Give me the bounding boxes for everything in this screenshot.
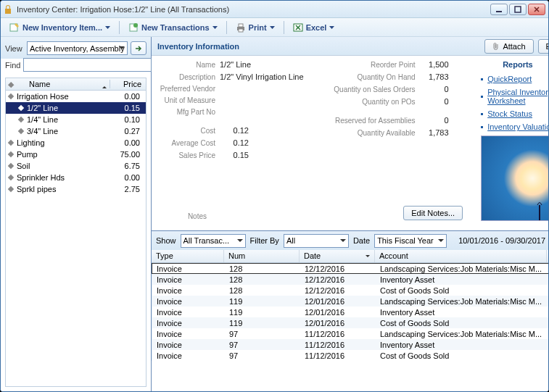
col-acct[interactable]: Account (375, 250, 547, 262)
filter-combo[interactable]: All (284, 234, 349, 248)
date-range: 10/01/2016 - 09/30/2017 (458, 236, 545, 245)
transaction-row[interactable]: Invoice12812/12/2016Landscaping Services… (152, 263, 549, 274)
excel-icon (293, 22, 303, 33)
tree-item[interactable]: Pump75.00 (6, 149, 146, 160)
report-link[interactable]: Inventory Valuation Summary (481, 122, 549, 131)
col-type[interactable]: Type (152, 250, 224, 262)
val-avail: 1,783 (420, 128, 449, 137)
val-onso: 0 (420, 85, 449, 93)
transaction-row[interactable]: Invoice11912/01/2016Landscaping Services… (152, 296, 549, 306)
val-desc: 1/2" Vinyl Irrigation Line (220, 72, 304, 81)
maximize-button[interactable] (509, 4, 527, 15)
tree-item[interactable]: 1/2" Line0.15 (6, 102, 146, 114)
minimize-button[interactable] (490, 4, 508, 15)
tree-item[interactable]: Sprinkler Hds0.00 (6, 172, 146, 183)
val-reorder: 1,500 (420, 60, 449, 69)
new-item-icon (9, 22, 20, 33)
lbl-reorder: Reorder Point (326, 61, 420, 69)
print-icon (236, 22, 246, 33)
print-button[interactable]: Print (231, 20, 279, 35)
col-price[interactable]: Price (110, 80, 146, 88)
arrow-right-icon (134, 45, 143, 52)
lbl-onhand: Quantity On Hand (326, 73, 420, 81)
lbl-notes: Notes (163, 212, 211, 220)
col-date[interactable]: Date (300, 250, 375, 262)
info-title: Inventory Information (157, 42, 484, 51)
transaction-row[interactable]: Invoice12812/12/2016Inventory Asset-9.00 (152, 274, 549, 285)
lbl-mfg: Mfg Part No (157, 108, 220, 116)
lbl-avgcost: Average Cost (157, 139, 220, 147)
view-combo[interactable]: Active Inventory, Assembly (27, 41, 128, 55)
paperclip-icon (492, 42, 500, 51)
tree-item[interactable]: Soil6.75 (6, 160, 146, 172)
transaction-row[interactable]: Invoice9711/12/2016Cost of Goods Sold9.8… (152, 350, 549, 361)
view-label: View (5, 44, 24, 53)
transaction-row[interactable]: Invoice11912/01/2016Inventory Asset-51.0… (152, 306, 549, 317)
val-onpo: 0 (420, 97, 449, 106)
excel-button[interactable]: Excel (289, 20, 339, 35)
new-inventory-item-button[interactable]: New Inventory Item... (5, 20, 115, 35)
tree-item[interactable]: Lighting0.00 (6, 137, 146, 149)
find-input[interactable] (23, 58, 152, 72)
show-combo[interactable]: All Transac... (181, 234, 246, 248)
edit-notes-button[interactable]: Edit Notes... (403, 206, 463, 220)
svg-point-4 (133, 23, 138, 28)
lbl-cost: Cost (157, 127, 220, 135)
chevron-down-icon (329, 26, 334, 29)
val-onhand: 1,783 (420, 72, 449, 81)
col-name[interactable]: Name (16, 80, 110, 88)
tree-item[interactable]: 1/4" Line0.10 (6, 114, 146, 125)
chevron-down-icon (105, 26, 110, 29)
tree-item[interactable]: 3/4" Line0.27 (6, 125, 146, 137)
show-label: Show (156, 236, 176, 245)
transaction-row[interactable]: Invoice12812/12/2016Cost of Goods Sold9.… (152, 285, 549, 296)
lock-icon (4, 4, 12, 14)
transaction-row[interactable]: Invoice9711/12/2016Landscaping Services:… (152, 328, 549, 339)
report-link[interactable]: Stock Status (481, 109, 549, 118)
tree-header[interactable]: ◆ Name Price (5, 78, 146, 91)
val-cost: 0.12 (220, 126, 249, 135)
attach-button[interactable]: Attach (484, 39, 533, 54)
date-label: Date (353, 236, 370, 245)
val-reserved: 0 (420, 116, 449, 125)
val-salesprice: 0.15 (220, 151, 249, 159)
svg-rect-0 (496, 11, 502, 12)
lbl-reserved: Reserved for Assemblies (326, 117, 420, 125)
transaction-row[interactable]: Invoice11912/01/2016Cost of Goods Sold51… (152, 317, 549, 328)
svg-rect-1 (515, 7, 521, 12)
transaction-row[interactable]: Invoice9711/12/2016Inventory Asset-9.84 (152, 339, 549, 350)
date-combo[interactable]: This Fiscal Year (374, 234, 447, 248)
svg-rect-7 (239, 29, 243, 32)
arrow-button[interactable] (131, 41, 146, 55)
item-tree: Irrigation Hose0.001/2" Line0.151/4" Lin… (5, 91, 146, 387)
close-button[interactable] (528, 4, 545, 15)
filter-label: Filter By (250, 236, 279, 245)
val-avgcost: 0.12 (220, 138, 249, 147)
lbl-avail: Quantity Available (326, 129, 420, 137)
edit-item-button[interactable]: Edit Item... (538, 39, 549, 54)
report-link[interactable]: Physical Inventory Worksheet (481, 88, 549, 105)
lbl-vendor: Preferred Vendor (157, 85, 220, 93)
reports-title: Reports (481, 60, 549, 69)
svg-rect-6 (239, 24, 243, 27)
lbl-salesprice: Sales Price (157, 151, 220, 159)
lbl-uom: Unit of Measure (157, 96, 220, 104)
col-num[interactable]: Num (224, 250, 300, 262)
val-name: 1/2" Line (220, 60, 256, 69)
chevron-down-icon (270, 26, 275, 29)
new-trans-icon (128, 22, 139, 33)
report-link[interactable]: QuickReport (481, 75, 549, 83)
lbl-onpo: Quantity on POs (326, 98, 420, 106)
tree-item[interactable]: Irrigation Hose0.00 (6, 91, 146, 102)
item-image (481, 135, 549, 221)
new-transactions-button[interactable]: New Transactions (124, 20, 222, 35)
find-label: Find (5, 61, 20, 70)
window-title: Inventory Center: Irrigation Hose:1/2" L… (17, 5, 490, 14)
lbl-onso: Quantity on Sales Orders (326, 86, 420, 93)
tree-item[interactable]: Sprkl pipes2.75 (6, 183, 146, 195)
lbl-name: Name (157, 61, 220, 69)
chevron-down-icon (212, 26, 218, 29)
lbl-desc: Description (157, 73, 220, 81)
